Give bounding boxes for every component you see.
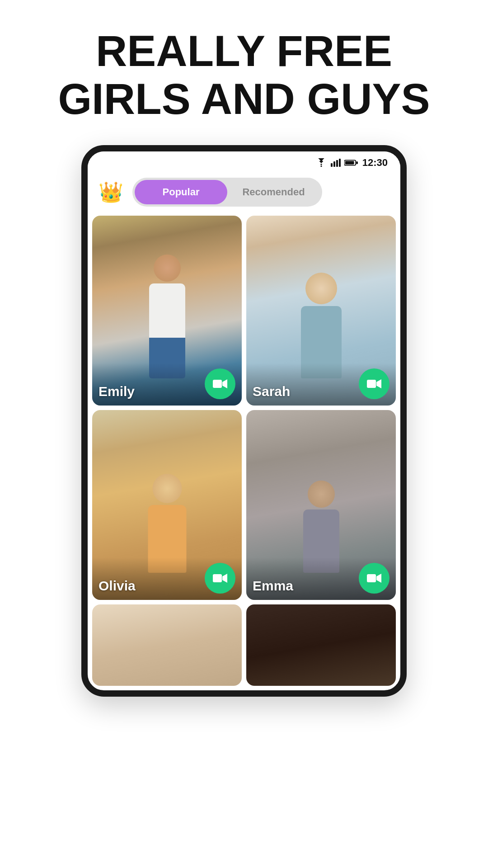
profile-card-emily[interactable]: Emily	[92, 216, 242, 406]
tab-popular[interactable]: Popular	[135, 180, 227, 204]
tab-switcher: Popular Recomended	[132, 178, 322, 207]
status-icons	[315, 158, 358, 167]
app-header: 👑 Popular Recomended	[88, 172, 400, 216]
svg-rect-4	[339, 159, 341, 167]
video-call-btn-emily[interactable]	[205, 368, 235, 399]
wifi-icon	[315, 158, 327, 167]
svg-rect-2	[333, 161, 335, 167]
profile-card-emma[interactable]: Emma	[246, 410, 396, 600]
svg-rect-1	[331, 163, 333, 167]
partial-card-2[interactable]	[246, 604, 396, 686]
title-line2: GIRLS AND GUYS	[58, 75, 430, 123]
profile-overlay-sarah: Sarah	[246, 363, 396, 406]
video-call-btn-sarah[interactable]	[359, 368, 389, 399]
status-bar: 12:30	[88, 151, 400, 172]
profiles-grid: Emily Sarah	[88, 216, 400, 690]
crown-icon: 👑	[99, 180, 123, 204]
profile-card-olivia[interactable]: Olivia	[92, 410, 242, 600]
svg-rect-9	[367, 380, 376, 388]
video-camera-icon	[367, 378, 381, 390]
profile-overlay-emma: Emma	[246, 557, 396, 600]
svg-point-0	[320, 165, 322, 167]
profile-overlay-olivia: Olivia	[92, 557, 242, 600]
profile-name-emma: Emma	[253, 578, 293, 594]
tab-recommended[interactable]: Recomended	[227, 180, 320, 204]
title-line1: REALLY FREE	[96, 27, 392, 75]
battery-icon	[344, 159, 358, 166]
svg-rect-7	[356, 161, 358, 164]
page-title: REALLY FREE GIRLS AND GUYS	[31, 0, 457, 145]
profile-name-emily: Emily	[99, 384, 135, 399]
profile-name-sarah: Sarah	[253, 384, 290, 399]
video-camera-icon	[213, 572, 227, 584]
phone-frame: 12:30 👑 Popular Recomended Emily	[81, 145, 407, 697]
profile-overlay-emily: Emily	[92, 363, 242, 406]
svg-rect-11	[367, 574, 376, 582]
signal-icon	[331, 158, 341, 167]
status-time: 12:30	[362, 157, 388, 169]
video-camera-icon	[213, 378, 227, 390]
svg-rect-3	[336, 160, 338, 167]
profile-name-olivia: Olivia	[99, 578, 136, 594]
video-camera-icon	[367, 572, 381, 584]
svg-rect-6	[345, 161, 354, 165]
svg-rect-8	[213, 380, 222, 388]
video-call-btn-olivia[interactable]	[205, 563, 235, 594]
video-call-btn-emma[interactable]	[359, 563, 389, 594]
profile-card-sarah[interactable]: Sarah	[246, 216, 396, 406]
svg-rect-10	[213, 574, 222, 582]
partial-card-1[interactable]	[92, 604, 242, 686]
